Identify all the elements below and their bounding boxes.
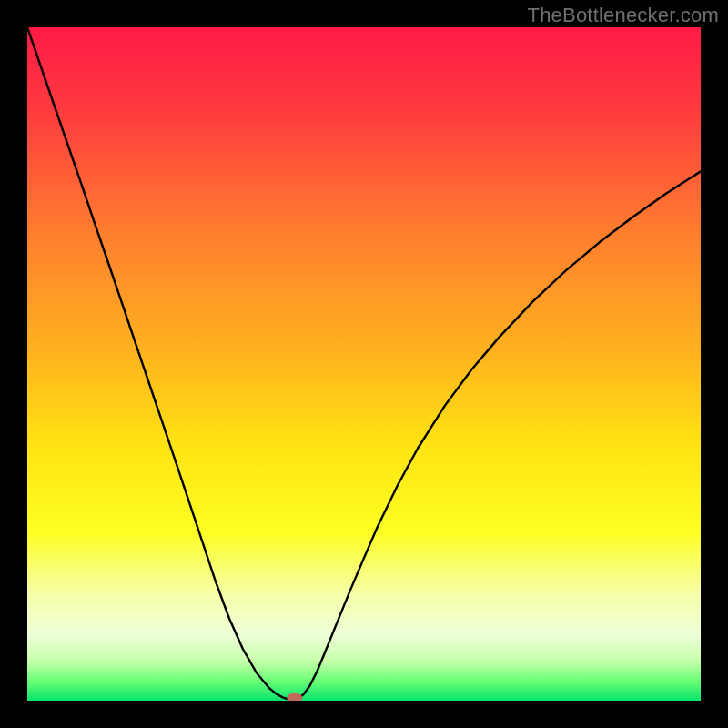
outer-frame: TheBottlenecker.com — [0, 0, 728, 728]
plot-area — [27, 27, 701, 701]
watermark-text: TheBottlenecker.com — [528, 4, 719, 27]
gradient-chart — [27, 27, 701, 701]
gradient-background — [27, 27, 701, 701]
